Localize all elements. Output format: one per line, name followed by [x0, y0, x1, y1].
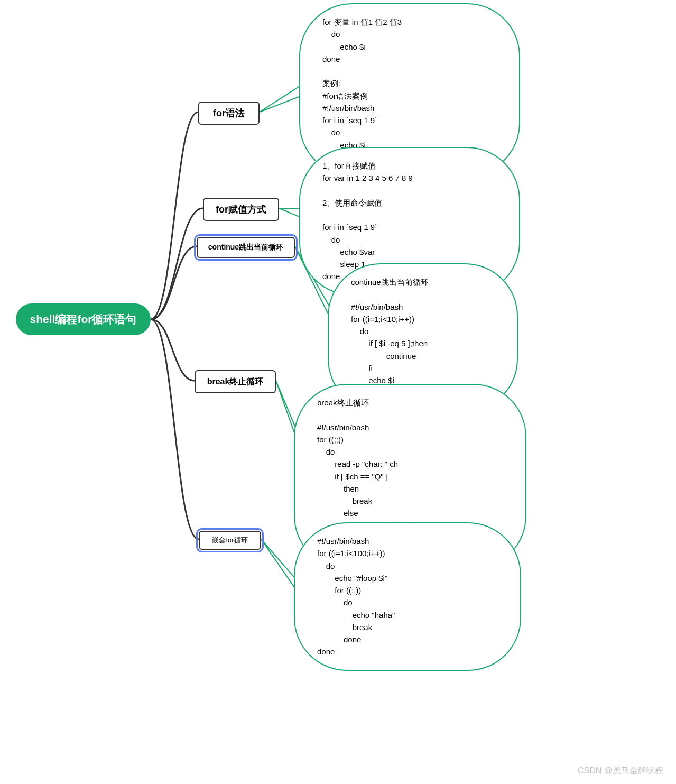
child-label: continue跳出当前循环 — [208, 243, 283, 252]
root-node[interactable]: shell编程for循环语句 — [16, 303, 151, 335]
child-label: break终止循环 — [207, 376, 264, 388]
bubble-text: #!/usr/bin/bash for ((i=1;i<100;i++)) do… — [317, 535, 498, 658]
child-node-n4[interactable]: break终止循环 — [195, 370, 276, 393]
child-label: for赋值方式 — [216, 203, 266, 216]
child-label: for语法 — [213, 107, 245, 119]
root-title: shell编程for循环语句 — [30, 312, 137, 327]
bubble-n5: #!/usr/bin/bash for ((i=1;i<100;i++)) do… — [294, 522, 521, 671]
child-node-n1[interactable]: for语法 — [198, 102, 260, 125]
bubble-text: for 变量 in 值1 值2 值3 do echo $i done 案例: #… — [322, 16, 497, 163]
bubble-text: continue跳出当前循环 #!/usr/bin/bash for ((i=1… — [351, 276, 495, 399]
child-node-n5[interactable]: 嵌套for循环 — [199, 531, 261, 550]
child-node-n2[interactable]: for赋值方式 — [203, 198, 279, 221]
child-label: 嵌套for循环 — [212, 536, 247, 545]
child-node-n3[interactable]: continue跳出当前循环 — [197, 237, 295, 258]
watermark: CSDN @黑马金牌编程 — [578, 765, 663, 777]
mindmap-canvas: shell编程for循环语句 for语法for 变量 in 值1 值2 值3 d… — [0, 0, 676, 784]
